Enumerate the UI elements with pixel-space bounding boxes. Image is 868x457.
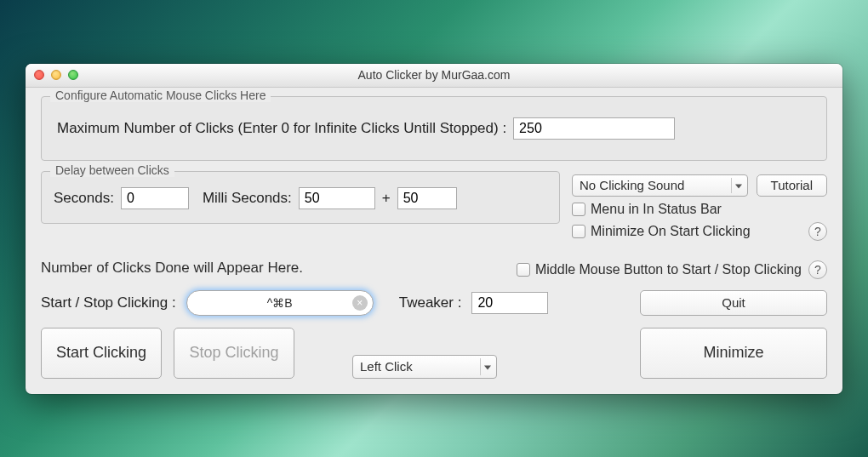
checkbox-icon[interactable] xyxy=(572,225,585,238)
ms-input-1[interactable] xyxy=(299,187,375,209)
options-column: No Clicking Sound Tutorial Menu in In St… xyxy=(572,171,827,241)
titlebar[interactable]: Auto Clicker by MurGaa.com xyxy=(26,64,842,88)
tutorial-button[interactable]: Tutorial xyxy=(757,174,827,197)
minimize-start-option[interactable]: Minimize On Start Clicking xyxy=(572,224,802,239)
middle-mouse-label: Middle Mouse Button to Start / Stop Clic… xyxy=(535,262,802,277)
ms-label: Milli Seconds: xyxy=(203,190,292,207)
stop-clicking-button[interactable]: Stop Clicking xyxy=(174,328,294,379)
sound-select[interactable]: No Clicking Sound xyxy=(572,174,748,197)
window-title: Auto Clicker by MurGaa.com xyxy=(26,68,842,82)
menu-bar-option[interactable]: Menu in In Status Bar xyxy=(572,202,827,217)
tweaker-label: Tweaker : xyxy=(399,294,462,311)
delay-row: Seconds: Milli Seconds: + xyxy=(54,187,547,209)
checkbox-icon[interactable] xyxy=(517,263,530,277)
menu-bar-label: Menu in In Status Bar xyxy=(591,202,722,217)
minimize-button[interactable]: Minimize xyxy=(640,328,827,379)
plus-label: + xyxy=(382,190,391,207)
help-icon[interactable]: ? xyxy=(808,222,827,241)
minimize-start-label: Minimize On Start Clicking xyxy=(591,224,751,239)
hotkey-label: Start / Stop Clicking : xyxy=(41,294,176,311)
hotkey-value: ^⌘B xyxy=(267,296,293,310)
ms-input-2[interactable] xyxy=(397,187,457,209)
middle-mouse-option[interactable]: Middle Mouse Button to Start / Stop Clic… xyxy=(517,262,802,277)
quit-button[interactable]: Quit xyxy=(640,290,827,316)
app-window: Auto Clicker by MurGaa.com Configure Aut… xyxy=(26,64,842,394)
max-clicks-input[interactable] xyxy=(513,117,675,140)
configure-group: Configure Automatic Mouse Clicks Here Ma… xyxy=(41,96,827,161)
close-icon[interactable] xyxy=(34,70,44,80)
checkbox-icon[interactable] xyxy=(572,203,585,216)
max-clicks-label: Maximum Number of Clicks (Enter 0 for In… xyxy=(57,120,506,137)
delay-legend: Delay between Clicks xyxy=(50,163,174,177)
delay-group: Delay between Clicks Seconds: Milli Seco… xyxy=(41,171,560,224)
delay-and-options: Delay between Clicks Seconds: Milli Seco… xyxy=(41,171,827,241)
bottom-row: Start Clicking Stop Clicking Left Click … xyxy=(41,328,827,379)
help-icon[interactable]: ? xyxy=(808,260,827,279)
seconds-input[interactable] xyxy=(121,187,189,209)
clear-hotkey-icon[interactable]: × xyxy=(352,295,368,311)
zoom-icon[interactable] xyxy=(68,70,78,80)
configure-legend: Configure Automatic Mouse Clicks Here xyxy=(50,89,271,102)
content-area: Configure Automatic Mouse Clicks Here Ma… xyxy=(26,88,842,394)
max-clicks-row: Maximum Number of Clicks (Enter 0 for In… xyxy=(57,117,811,140)
hotkey-row: Start / Stop Clicking : ^⌘B × Tweaker : … xyxy=(41,290,827,316)
window-controls xyxy=(26,70,78,80)
click-type-value: Left Click xyxy=(360,359,413,374)
minimize-icon[interactable] xyxy=(51,70,61,80)
status-text: Number of Clicks Done will Appear Here. xyxy=(41,260,303,277)
seconds-label: Seconds: xyxy=(54,190,114,207)
hotkey-input[interactable]: ^⌘B × xyxy=(186,290,374,316)
tweaker-input[interactable] xyxy=(471,292,548,314)
start-clicking-button[interactable]: Start Clicking xyxy=(41,328,162,379)
click-type-select[interactable]: Left Click xyxy=(352,355,497,379)
sound-select-value: No Clicking Sound xyxy=(580,178,684,192)
